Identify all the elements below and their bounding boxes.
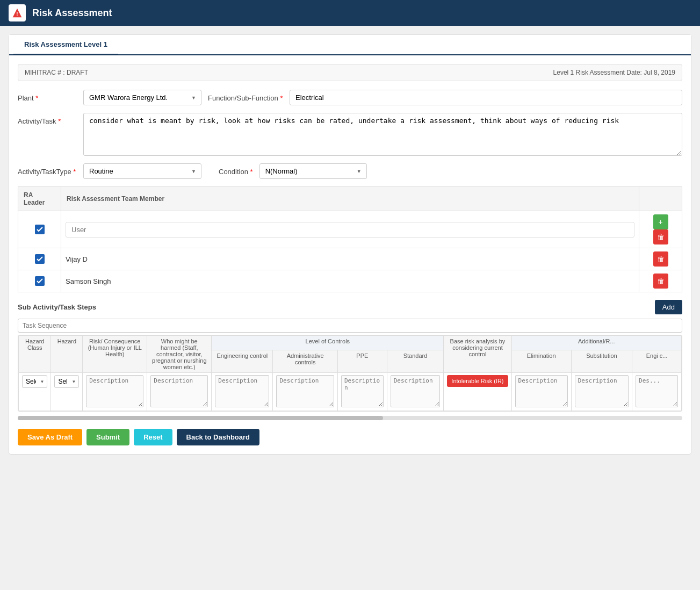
sub-table-row: Select Select [19,373,682,411]
plant-function-row: Plant * GMR Warora Energy Ltd. Function/… [18,90,682,105]
activity-type-select[interactable]: Routine Non-Routine Emergency [83,163,201,179]
tabs: Risk Assessment Level 1 [9,35,691,55]
scrollbar-thumb [18,416,383,420]
condition-label: Condition * [208,163,253,176]
hazard-select-wrapper: Select [54,375,79,388]
elimination-desc[interactable] [515,375,568,407]
function-input[interactable] [290,90,682,105]
reset-button[interactable]: Reset [134,429,172,445]
team-delete-btn-2[interactable]: 🗑 [653,251,668,267]
app-title: Risk Assessment [32,8,112,19]
th-engi-c: Engi c... [632,350,682,372]
engineering-desc[interactable] [215,375,269,407]
team-col-leader: RA Leader [18,187,61,211]
th-hazard-class: Hazard Class [19,336,51,373]
team-add-btn[interactable]: + [653,214,668,229]
function-label: Function/Sub-Function * [208,90,283,102]
th-ppe: PPE [337,350,387,372]
hazard-class-select-wrapper: Select [22,375,47,388]
horizontal-scrollbar[interactable] [18,416,682,420]
th-administrative: Administrative controls [273,350,337,372]
back-to-dashboard-button[interactable]: Back to Dashboard [177,429,259,445]
standard-desc[interactable] [391,375,441,407]
team-checkbox-3[interactable] [35,276,45,286]
activity-type-select-wrapper: Routine Non-Routine Emergency [83,163,201,179]
team-row-vijay: Vijay D 🗑 [18,248,682,270]
add-sub-activity-button[interactable]: Add [655,300,682,314]
condition-select[interactable]: N(Normal) Abnormal Emergency [259,163,367,179]
th-additional: Additional/R... [511,336,681,350]
th-elimination: Elimination [511,350,571,372]
substitution-desc[interactable] [575,375,629,407]
plant-select-wrapper: GMR Warora Energy Ltd. [83,90,201,105]
th-substitution: Substitution [571,350,632,372]
ppe-desc[interactable] [341,375,384,407]
sub-table-wrapper: Hazard Class Hazard Risk/ Consequence (H… [18,335,682,412]
th-standard: Standard [387,350,444,372]
intolerable-risk-badge: Intolerable Risk (IR) [447,375,508,387]
form-body: MIHITRAC # : DRAFT Level 1 Risk Assessme… [9,55,691,454]
th-who-harmed: Who might be harmed (Staff, contractor, … [147,336,212,373]
hazard-class-select[interactable]: Select [22,375,47,388]
condition-select-wrapper: N(Normal) Abnormal Emergency [259,163,367,179]
app-logo: ! [9,4,26,21]
sub-activity-header: Sub Activity/Task Steps Add [18,300,682,314]
risk-desc-1[interactable] [86,375,143,407]
sub-activity-title: Sub Activity/Task Steps [18,303,96,311]
team-checkbox-2[interactable] [35,254,45,264]
th-base-risk: Base risk analysis by considering curren… [444,336,511,373]
team-delete-btn-1[interactable]: 🗑 [653,229,668,244]
th-risk-consequence: Risk/ Consequence (Human Injury or ILL H… [83,336,147,373]
draft-bar: MIHITRAC # : DRAFT Level 1 Risk Assessme… [18,64,682,81]
draft-id: MIHITRAC # : DRAFT [25,69,88,76]
team-delete-btn-3[interactable]: 🗑 [653,274,668,289]
task-sequence-input[interactable] [18,319,682,333]
plant-select[interactable]: GMR Warora Energy Ltd. [83,90,201,105]
admin-desc[interactable] [276,375,334,407]
submit-button[interactable]: Submit [86,429,129,445]
hazard-select[interactable]: Select [54,375,79,388]
save-draft-button[interactable]: Save As Draft [18,429,82,445]
team-table: RA Leader Risk Assessment Team Member [18,186,682,292]
activity-textarea[interactable]: consider what is meant by risk, look at … [83,113,682,156]
team-col-member: Risk Assessment Team Member [61,187,639,211]
engi-c-desc[interactable] [636,375,678,407]
team-member-input[interactable] [66,222,634,238]
tab-risk-assessment-level-1[interactable]: Risk Assessment Level 1 [13,35,118,55]
team-row-samson: Samson Singh 🗑 [18,270,682,292]
assessment-date: Level 1 Risk Assessment Date: Jul 8, 201… [553,69,675,76]
plant-label: Plant * [18,90,77,102]
team-col-actions [639,187,682,211]
main-card: Risk Assessment Level 1 MIHITRAC # : DRA… [9,34,691,455]
th-engineering: Engineering control [212,350,273,372]
type-condition-row: Activity/TaskType * Routine Non-Routine … [18,163,682,179]
team-member-samson: Samson Singh [61,270,639,292]
app-header: ! Risk Assessment [0,0,700,26]
sub-table: Hazard Class Hazard Risk/ Consequence (H… [18,335,682,411]
who-harmed-desc[interactable] [150,375,208,407]
team-checkbox-1[interactable] [35,225,45,234]
action-buttons: Save As Draft Submit Reset Back to Dashb… [18,429,682,445]
th-level-controls: Level of Controls [212,336,444,350]
svg-text:!: ! [16,11,18,17]
page-content: Risk Assessment Level 1 MIHITRAC # : DRA… [0,26,700,590]
activity-row: Activity/Task * consider what is meant b… [18,113,682,156]
activity-label: Activity/Task * [18,113,77,125]
th-hazard: Hazard [51,336,83,373]
team-member-vijay: Vijay D [61,248,639,270]
team-row-input: + 🗑 [18,211,682,248]
activity-type-label: Activity/TaskType * [18,163,77,176]
